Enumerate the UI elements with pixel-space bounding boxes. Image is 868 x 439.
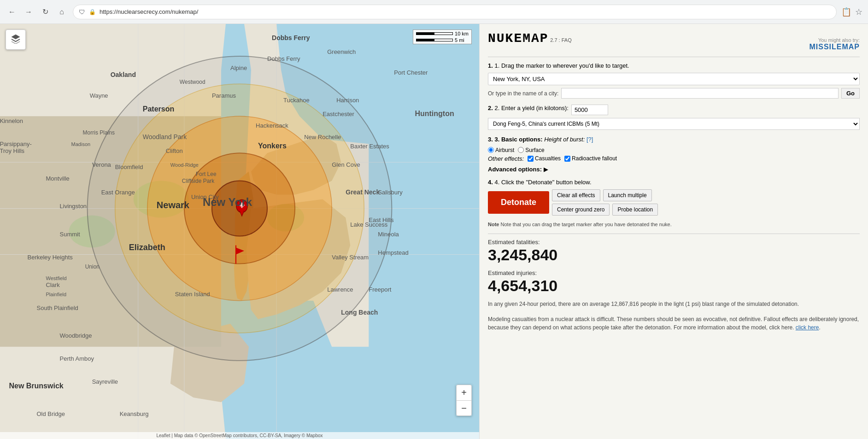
city-text-input[interactable] — [561, 88, 839, 99]
missilemap-link-area: You might also try: MISSILEMAP — [809, 37, 860, 51]
fatalities-label: Estimated fatalities: — [488, 239, 860, 246]
svg-text:New Rochelle: New Rochelle — [304, 134, 341, 140]
step3-label: 3. 3. Basic options: Height of burst: [?… — [488, 135, 860, 144]
surface-label: Surface — [525, 147, 544, 153]
url-text: https://nuclearsecrecy.com/nukemap/ — [100, 8, 198, 15]
click-here-link[interactable]: click here — [796, 324, 819, 331]
yield-input[interactable] — [571, 105, 608, 115]
browser-chrome: ← → ↻ ⌂ 🛡 🔒 https://nuclearsecrecy.com/n… — [0, 0, 868, 24]
svg-text:Parsippany-: Parsippany- — [0, 140, 32, 147]
svg-text:Woodbridge: Woodbridge — [60, 332, 92, 339]
map-svg: Newark New York Elizabeth Woodland Park … — [0, 24, 479, 439]
casualties-option[interactable]: Casualties — [528, 155, 561, 162]
back-button[interactable]: ← — [6, 6, 18, 18]
svg-text:Troy Hills: Troy Hills — [0, 147, 25, 154]
svg-text:Oakland: Oakland — [111, 71, 136, 78]
advanced-options-toggle[interactable]: Advanced options: ▶ — [488, 166, 860, 173]
step3-section: 3. 3. Basic options: Height of burst: [?… — [488, 135, 860, 172]
nukemap-title: NUKEMAP — [488, 31, 549, 46]
svg-text:Baxter Estates: Baxter Estates — [350, 143, 389, 150]
note-text: Note Note that you can drag the target m… — [488, 221, 860, 228]
browser-actions: 📋 ☆ — [841, 7, 862, 17]
address-bar[interactable]: 🛡 🔒 https://nuclearsecrecy.com/nukemap/ — [73, 5, 837, 19]
airburst-option[interactable]: Airburst — [488, 147, 514, 153]
svg-text:Lake Success: Lake Success — [350, 221, 387, 228]
detonate-button[interactable]: Detonate — [488, 191, 549, 214]
main-content: Newark New York Elizabeth Woodland Park … — [0, 24, 868, 439]
svg-text:Dobbs Ferry: Dobbs Ferry — [267, 55, 300, 62]
go-button[interactable]: Go — [841, 88, 860, 99]
svg-text:Perth Amboy: Perth Amboy — [60, 355, 94, 362]
center-ground-zero-button[interactable]: Center ground zero — [552, 204, 610, 216]
step2-section: 2. 2. Enter a yield (in kilotons): Dong … — [488, 104, 860, 130]
surface-radio[interactable] — [518, 147, 524, 153]
step4-label: 4. 4. Click the "Detonate" button below. — [488, 178, 860, 187]
missilemap-link[interactable]: MISSILEMAP — [809, 43, 860, 51]
city-input-row: Or type in the name of a city: Go — [488, 88, 860, 99]
refresh-button[interactable]: ↻ — [39, 6, 52, 18]
svg-text:Woodland Park: Woodland Park — [143, 133, 187, 140]
home-button[interactable]: ⌂ — [55, 6, 68, 18]
svg-text:Harrison: Harrison — [336, 97, 359, 104]
svg-text:Summit: Summit — [60, 231, 80, 238]
map-scale: 10 km 5 mi — [413, 29, 472, 44]
svg-text:Plainfield: Plainfield — [46, 292, 67, 297]
step2-label: 2. 2. Enter a yield (in kilotons): — [488, 104, 569, 112]
zoom-out-button[interactable]: − — [456, 400, 472, 416]
stats-desc: In any given 24-hour period, there are o… — [488, 300, 860, 308]
svg-text:Paterson: Paterson — [143, 105, 174, 113]
launch-multiple-button[interactable]: Launch multiple — [603, 189, 652, 201]
airburst-label: Airburst — [495, 147, 514, 153]
star-icon[interactable]: ☆ — [855, 7, 862, 17]
airburst-radio[interactable] — [488, 147, 494, 153]
fallout-checkbox[interactable] — [564, 156, 570, 162]
version-faq: 2.7 : FAQ — [550, 37, 571, 43]
svg-text:Livingston: Livingston — [60, 203, 87, 210]
svg-text:Verona: Verona — [92, 161, 111, 168]
svg-text:Hackensack: Hackensack — [256, 122, 288, 129]
svg-text:Kinnelon: Kinnelon — [0, 117, 23, 124]
effects-options: Other effects: Casualties Radioactive fa… — [488, 155, 860, 162]
fallout-option[interactable]: Radioactive fallout — [564, 155, 617, 162]
sidebar: NUKEMAP 2.7 : FAQ You might also try: MI… — [479, 24, 868, 439]
layer-button[interactable] — [6, 29, 26, 50]
svg-text:Staten Island: Staten Island — [175, 291, 210, 298]
divider-2 — [488, 234, 860, 234]
burst-options: Airburst Surface — [488, 147, 860, 153]
surface-option[interactable]: Surface — [518, 147, 544, 153]
hob-hint[interactable]: [?] — [586, 136, 593, 143]
svg-text:Westfield: Westfield — [46, 275, 67, 281]
svg-text:East Orange: East Orange — [101, 189, 135, 196]
other-effects-label: Other effects: — [488, 155, 524, 162]
weapon-select[interactable]: Dong Feng-5, China's current ICBMs (5 Mt… — [488, 118, 860, 130]
svg-text:Tuckahoe: Tuckahoe — [283, 97, 310, 104]
map-attribution: Leaflet | Map data © OpenStreetMap contr… — [0, 432, 479, 439]
svg-text:Glen Cove: Glen Cove — [332, 161, 360, 168]
zoom-in-button[interactable]: + — [456, 385, 472, 400]
city-select[interactable]: New York, NY, USA — [488, 73, 860, 85]
svg-text:Long Beach: Long Beach — [341, 309, 378, 316]
svg-text:Westwood: Westwood — [180, 79, 205, 85]
svg-text:Freeport: Freeport — [369, 286, 392, 293]
forward-button[interactable]: → — [22, 6, 35, 18]
svg-text:Morris Plains: Morris Plains — [83, 129, 115, 136]
svg-text:Great Neck: Great Neck — [346, 188, 380, 196]
clear-effects-button[interactable]: Clear all effects — [552, 189, 600, 201]
scale-5mi: 5 mi — [455, 37, 464, 43]
svg-text:Eastchester: Eastchester — [323, 111, 354, 117]
svg-text:Wayne: Wayne — [90, 92, 108, 99]
svg-text:Bloomfield: Bloomfield — [115, 164, 143, 170]
svg-text:Dobbs Ferry: Dobbs Ferry — [272, 34, 310, 41]
svg-text:Union City: Union City — [191, 193, 219, 200]
casualties-checkbox[interactable] — [528, 156, 534, 162]
svg-text:Yonkers: Yonkers — [258, 142, 287, 150]
divider-1 — [488, 57, 860, 57]
svg-text:Elizabeth: Elizabeth — [129, 243, 165, 252]
step1-label: 1. 1. Drag the marker to wherever you'd … — [488, 62, 860, 70]
probe-location-button[interactable]: Probe location — [612, 204, 658, 216]
nav-buttons: ← → ↻ ⌂ — [6, 6, 68, 18]
bookmark-icon[interactable]: 📋 — [841, 7, 851, 17]
svg-text:Berkeley Heights: Berkeley Heights — [27, 254, 73, 261]
detonate-section: Detonate Clear all effects Launch multip… — [488, 189, 860, 216]
fatalities-section: Estimated fatalities: 3,245,840 — [488, 239, 860, 263]
